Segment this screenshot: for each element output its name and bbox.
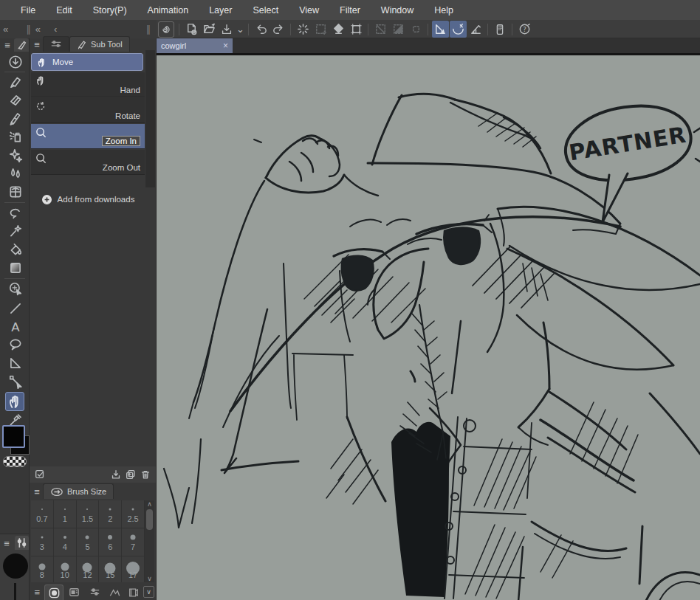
companion-mode-button[interactable]: [492, 21, 509, 38]
canvas-area[interactable]: PARTNER: [157, 53, 700, 600]
tool-correct-line[interactable]: [8, 374, 23, 389]
tool-text[interactable]: A: [8, 320, 23, 334]
bottom-tabs-menu-icon[interactable]: ≡: [31, 585, 43, 600]
tool-download[interactable]: [8, 55, 23, 69]
tool-frame-border[interactable]: [8, 356, 23, 370]
menu-animation[interactable]: Animation: [137, 0, 199, 20]
tool-fill[interactable]: [8, 242, 23, 257]
brush-size-cell[interactable]: 6: [99, 528, 122, 556]
tab-brush-shape[interactable]: [44, 585, 64, 600]
tab-animation-cels[interactable]: [126, 585, 142, 600]
brush-size-cell[interactable]: 4: [54, 528, 77, 556]
help-tips-button[interactable]: ?: [516, 21, 533, 38]
foreground-color-swatch[interactable]: [2, 425, 25, 448]
selection-launcher-area-button[interactable]: [408, 21, 425, 38]
brush-size-cell[interactable]: 1.5: [77, 500, 100, 528]
subtool-item-rotate[interactable]: Rotate: [31, 98, 145, 123]
brush-size-slider-handle[interactable]: [14, 583, 16, 600]
brush-size-cell[interactable]: 17: [122, 556, 145, 582]
tool-blend[interactable]: [8, 166, 23, 181]
tool-balloon[interactable]: [8, 337, 23, 352]
dock-collapse-icon[interactable]: «: [3, 20, 8, 38]
new-file-button[interactable]: [183, 21, 200, 38]
scroll-up-icon[interactable]: ∧: [147, 500, 152, 508]
subtool-panel-menu-icon[interactable]: ≡: [31, 37, 43, 52]
add-from-downloads-button[interactable]: Add from downloads: [31, 190, 145, 209]
scroll-thumb[interactable]: [146, 509, 153, 530]
tool-eraser[interactable]: [8, 93, 23, 108]
transform-frame-button[interactable]: [348, 21, 365, 38]
redo-button[interactable]: [270, 21, 287, 38]
tool-strip-menu-icon[interactable]: ≡: [1, 38, 13, 52]
brush-size-cell[interactable]: 1: [54, 500, 77, 528]
import-button[interactable]: [109, 469, 123, 480]
duplicate-button[interactable]: [123, 469, 138, 480]
menu-edit[interactable]: Edit: [46, 0, 83, 20]
menu-file[interactable]: File: [10, 0, 46, 20]
brush-size-cell[interactable]: 3: [31, 528, 54, 556]
tool-hand[interactable]: [5, 392, 24, 411]
save-options-button[interactable]: ⌄: [236, 21, 245, 38]
delete-button[interactable]: [138, 469, 153, 480]
clear-selection-button[interactable]: [330, 21, 347, 38]
tab-overflow-button[interactable]: ∨: [143, 586, 154, 598]
tool-auto-select[interactable]: [8, 224, 23, 238]
tab-material[interactable]: [65, 585, 83, 600]
brush-size-cell[interactable]: 2.5: [122, 500, 145, 528]
tool-pen[interactable]: [8, 111, 23, 125]
menu-select[interactable]: Select: [242, 0, 289, 20]
tool-gradient[interactable]: [8, 261, 23, 275]
brush-size-cell[interactable]: 15: [99, 556, 122, 582]
tool-marker[interactable]: [8, 75, 23, 89]
open-file-button[interactable]: [201, 21, 218, 38]
transparent-color-swatch[interactable]: [3, 456, 27, 467]
reselect-button[interactable]: [312, 21, 329, 38]
tab-brush-curve[interactable]: [106, 585, 124, 600]
mini-panel-tab[interactable]: [15, 536, 29, 550]
menu-help[interactable]: Help: [424, 0, 464, 20]
mini-panel-menu-icon[interactable]: ≡: [1, 537, 12, 549]
menu-view[interactable]: View: [289, 0, 329, 20]
brush-size-cell[interactable]: 8: [31, 556, 54, 582]
subtool-scrollbar[interactable]: [145, 50, 155, 187]
save-button[interactable]: [219, 21, 236, 38]
selection-launcher-line-button[interactable]: [372, 21, 389, 38]
close-icon[interactable]: ×: [223, 41, 228, 51]
subtool-item-zoom-out[interactable]: Zoom Out: [31, 150, 145, 175]
subtool-item-hand[interactable]: Hand: [31, 72, 145, 97]
menu-layer[interactable]: Layer: [199, 0, 242, 20]
deselect-button[interactable]: [295, 21, 312, 38]
brush-size-tab[interactable]: Brush Size: [43, 483, 114, 499]
brush-size-cell[interactable]: 5: [77, 528, 100, 556]
subtool-item-zoom-in[interactable]: Zoom In: [31, 124, 145, 149]
subtool-group-header[interactable]: Move: [31, 53, 143, 71]
brush-size-cell[interactable]: 10: [54, 556, 77, 582]
brush-panel-menu-icon[interactable]: ≡: [31, 484, 43, 499]
tool-lasso[interactable]: [8, 206, 23, 221]
tool-decoration[interactable]: [8, 148, 23, 162]
tab-tool-property[interactable]: [86, 585, 104, 600]
clip-studio-logo-button[interactable]: [158, 21, 174, 38]
tool-operation[interactable]: [8, 281, 23, 296]
scroll-down-icon[interactable]: ∨: [147, 575, 152, 582]
tool-airbrush[interactable]: [8, 129, 23, 144]
brush-size-cell[interactable]: 7: [122, 528, 145, 556]
dock-grip-icon[interactable]: ∥: [26, 20, 31, 38]
snap-to-grid-button[interactable]: [467, 21, 484, 38]
menu-filter[interactable]: Filter: [329, 0, 371, 20]
undo-button[interactable]: [253, 21, 270, 38]
menu-window[interactable]: Window: [371, 0, 424, 20]
menu-story[interactable]: Story(P): [83, 0, 137, 20]
snap-to-special-ruler-button[interactable]: [450, 21, 467, 38]
brush-size-scrollbar[interactable]: ∧ ∨: [145, 500, 154, 582]
check-settings-button[interactable]: [32, 469, 47, 480]
sub-tool-tab[interactable]: Sub Tool: [69, 36, 130, 52]
tool-line[interactable]: [8, 301, 23, 316]
tool-strip-tab[interactable]: [14, 38, 29, 52]
tool-property-tab[interactable]: [43, 36, 69, 52]
snap-to-ruler-button[interactable]: [432, 21, 449, 38]
document-tab[interactable]: cowgirl ×: [157, 38, 233, 53]
brush-size-cell[interactable]: 2: [99, 500, 122, 528]
brush-size-cell[interactable]: 0.7: [31, 500, 54, 528]
brush-size-cell[interactable]: 12: [77, 556, 100, 582]
